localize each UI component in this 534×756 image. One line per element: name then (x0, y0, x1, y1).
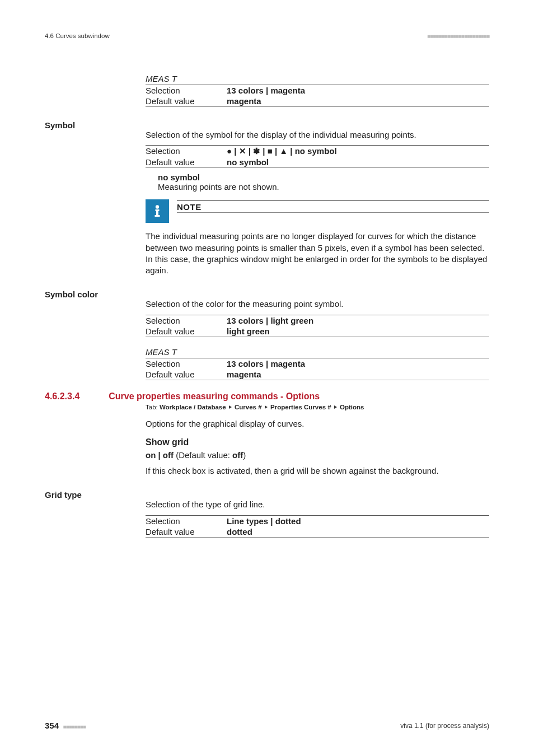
line-color-meast-default-label: Default value (146, 96, 227, 106)
tab-breadcrumb: Tab: Workplace / Database Curves # Prope… (146, 404, 489, 410)
svg-point-0 (156, 206, 159, 209)
header-ticks: ■■■■■■■■■■■■■■■■■■■■■■ (427, 33, 489, 39)
section-desc: Options for the graphical display of cur… (146, 418, 489, 430)
symbol-color-desc: Selection of the color for the measuring… (146, 298, 489, 310)
symbol-default-value: no symbol (227, 157, 489, 167)
tab-prefix: Tab: (146, 404, 160, 410)
footer-left: 354 ■■■■■■■■ (45, 721, 86, 730)
svg-rect-3 (155, 215, 160, 217)
onoff-default-val: off (232, 450, 243, 460)
grid-type-selection-value: Line types | dotted (227, 516, 489, 526)
section-title: Curve properties measuring commands - Op… (109, 391, 320, 402)
line-color-meast-selection-label: Selection (146, 86, 227, 95)
symbol-color-meast-default-value: magenta (227, 370, 489, 379)
footer-ticks: ■■■■■■■■ (63, 724, 85, 730)
grid-type-default-label: Default value (146, 527, 227, 536)
symbol-color-selection-label: Selection (146, 316, 227, 325)
show-grid-desc: If this check box is activated, then a g… (146, 465, 489, 477)
show-grid-onoff: on | off (Default value: off) (146, 450, 489, 461)
page-number: 354 (45, 721, 59, 730)
onoff-default-post: ) (243, 450, 246, 460)
symbol-nosymbol-title: no symbol (158, 172, 489, 182)
symbol-label: Symbol (45, 120, 75, 130)
note-title: NOTE (177, 200, 489, 213)
onoff-default-pre: (Default value: (174, 450, 232, 460)
symbol-color-label: Symbol color (45, 290, 98, 299)
tab-part-b: Curves # (233, 404, 264, 410)
footer-right: viva 1.1 (for process analysis) (400, 722, 489, 730)
tab-part-a: Workplace / Database (160, 404, 228, 410)
grid-type-default-value: dotted (227, 527, 489, 536)
section-number: 4.6.2.3.4 (45, 391, 79, 402)
grid-type-desc: Selection of the type of grid line. (146, 499, 489, 510)
symbol-color-meast-selection-label: Selection (146, 359, 227, 368)
tab-part-c: Properties Curves # (269, 404, 333, 410)
tri-icon (229, 405, 232, 409)
info-icon (146, 199, 169, 223)
symbol-color-meast-heading: MEAS T (146, 347, 489, 357)
meast-heading: MEAS T (146, 74, 489, 83)
line-color-meast-default-value: magenta (227, 96, 489, 106)
header-section: 4.6 Curves subwindow (45, 32, 110, 39)
grid-type-selection-label: Selection (146, 516, 227, 526)
symbol-color-default-label: Default value (146, 326, 227, 336)
symbol-default-label: Default value (146, 157, 227, 167)
tri-icon (334, 405, 337, 409)
show-grid-heading: Show grid (146, 437, 489, 447)
symbol-selection-label: Selection (146, 146, 227, 156)
note-body: The individual measuring points are no l… (146, 231, 489, 276)
symbol-color-selection-value: 13 colors | light green (227, 316, 489, 325)
line-color-meast-selection-value: 13 colors | magenta (227, 86, 489, 95)
tab-part-d: Options (338, 404, 364, 410)
tri-icon (265, 405, 268, 409)
onoff-options: on | off (146, 450, 174, 460)
symbol-color-default-value: light green (227, 326, 489, 336)
symbol-color-meast-selection-value: 13 colors | magenta (227, 359, 489, 368)
symbol-color-meast-default-label: Default value (146, 370, 227, 379)
symbol-selection-value: ● | ✕ | ✱ | ■ | ▲ | no symbol (227, 146, 489, 156)
symbol-desc: Selection of the symbol for the display … (146, 129, 489, 141)
grid-type-label: Grid type (45, 490, 82, 500)
symbol-nosymbol-body: Measuring points are not shown. (158, 182, 489, 192)
